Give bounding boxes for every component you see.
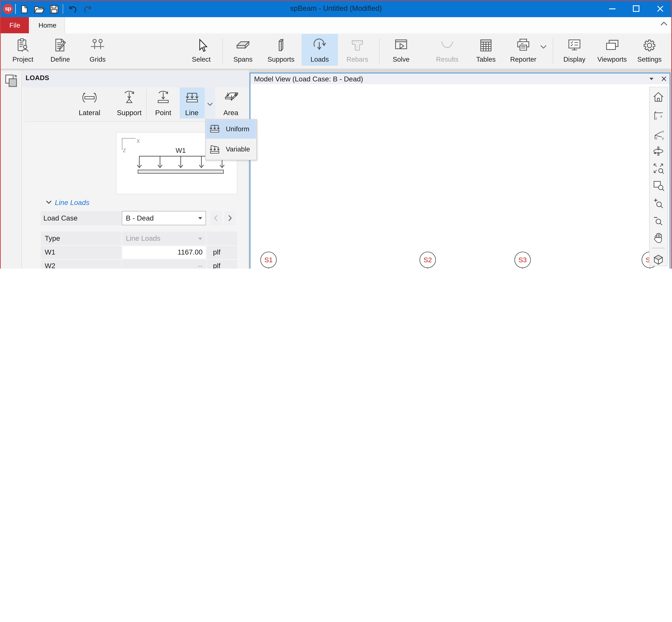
svg-text:x: x xyxy=(660,114,662,118)
svg-text:S1: S1 xyxy=(264,256,273,264)
svg-text:z: z xyxy=(123,146,126,153)
svg-text:W1: W1 xyxy=(176,147,186,154)
svg-text:y: y xyxy=(662,136,664,140)
svg-text:x: x xyxy=(662,130,664,133)
svg-text:z: z xyxy=(655,116,657,120)
svg-text:S2: S2 xyxy=(424,256,432,264)
svg-text:S3: S3 xyxy=(519,256,527,264)
svg-text:x: x xyxy=(137,137,140,144)
svg-text:z: z xyxy=(656,136,658,140)
